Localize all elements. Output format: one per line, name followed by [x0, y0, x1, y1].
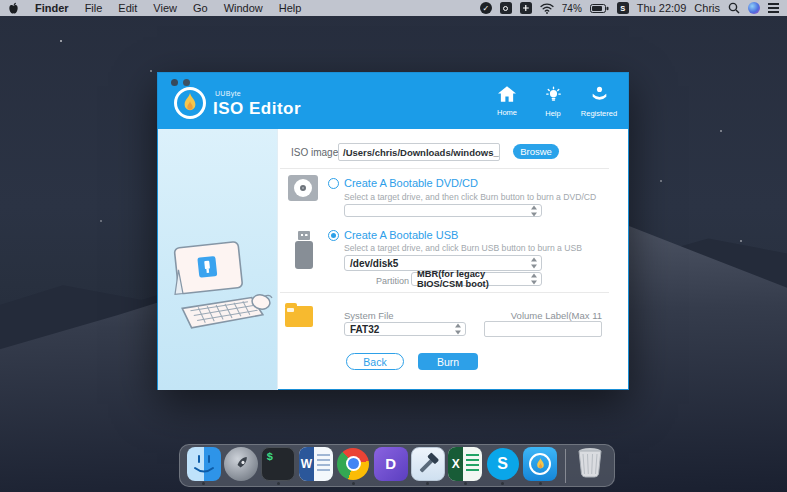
partition-style-select[interactable]: MBR(for legacy BIOS/CSM boot) — [411, 272, 542, 286]
menu-item-go[interactable]: Go — [193, 2, 208, 14]
back-button[interactable]: Back — [346, 353, 404, 370]
registered-label: Registered — [581, 109, 617, 118]
dvd-drive-icon — [288, 175, 318, 201]
word-icon: W — [299, 447, 333, 481]
stepper-icon — [531, 258, 538, 269]
dock-item-word[interactable]: W — [298, 447, 333, 485]
system-file-value: FAT32 — [350, 324, 379, 335]
menu-bar: Finder File Edit View Go Window Help ✓ 7… — [0, 0, 787, 16]
finder-icon — [187, 447, 221, 481]
window-header: UUByte ISO Editor Home Help Registered — [158, 73, 628, 129]
home-icon — [498, 86, 516, 106]
apple-menu-icon[interactable] — [8, 2, 19, 15]
header-nav: Home Help Registered — [484, 86, 622, 118]
menu-item-help[interactable]: Help — [279, 2, 302, 14]
menu-item-edit[interactable]: Edit — [118, 2, 137, 14]
dock-item-xcode[interactable] — [410, 447, 445, 485]
usb-stick-icon — [295, 231, 313, 269]
dock-item-iso-editor[interactable] — [522, 447, 557, 485]
home-button[interactable]: Home — [484, 86, 530, 118]
dvd-drive-select[interactable] — [344, 204, 542, 217]
dock-item-finder[interactable] — [186, 447, 221, 485]
launchpad-icon — [224, 447, 258, 481]
divider-top — [280, 168, 609, 169]
menu-item-view[interactable]: View — [153, 2, 177, 14]
battery-percent-label: 74% — [562, 3, 582, 14]
chrome-icon — [337, 448, 369, 480]
dock-item-chrome[interactable] — [336, 447, 371, 485]
check-circle-status-icon[interactable]: ✓ — [480, 2, 492, 14]
trash-icon — [575, 446, 605, 482]
usb-radio[interactable] — [328, 230, 339, 241]
screen-record-status-icon[interactable] — [500, 2, 512, 14]
dock-item-skype[interactable]: S — [485, 447, 520, 485]
usb-drive-value: /dev/disk5 — [350, 258, 398, 269]
record-dot — [503, 6, 508, 11]
help-button[interactable]: Help — [530, 86, 576, 118]
battery-icon[interactable] — [590, 4, 609, 13]
d-app-icon: D — [374, 447, 408, 481]
dvd-section-title[interactable]: Create A Bootable DVD/CD — [344, 177, 478, 189]
dock: $ W D X S — [179, 444, 615, 487]
system-file-label: System File — [344, 310, 394, 321]
divider-bottom — [280, 292, 609, 293]
dock-item-terminal[interactable]: $ — [261, 447, 296, 485]
window-minimize-button[interactable] — [183, 79, 190, 86]
window-close-button[interactable] — [171, 79, 178, 86]
registered-button[interactable]: Registered — [576, 86, 622, 118]
dock-item-excel[interactable]: X — [448, 447, 483, 485]
iso-image-label: ISO image: — [291, 147, 341, 158]
dock-item-trash[interactable] — [573, 447, 608, 485]
stepper-icon — [455, 324, 462, 335]
partition-style-value: MBR(for legacy BIOS/CSM boot) — [417, 269, 525, 289]
menu-item-finder[interactable]: Finder — [35, 2, 69, 14]
usb-section-desc: Select a target drive, and click Burn US… — [344, 243, 582, 253]
iso-editor-dock-icon — [523, 447, 557, 481]
grid-status-icon[interactable] — [520, 2, 532, 14]
usb-section-title[interactable]: Create A Bootable USB — [344, 229, 458, 241]
excel-icon: X — [448, 447, 482, 481]
grid-glyph — [523, 5, 529, 11]
folder-icon — [285, 306, 313, 327]
search-icon[interactable] — [728, 2, 740, 14]
system-file-select[interactable]: FAT32 — [344, 322, 466, 336]
wifi-icon[interactable] — [540, 3, 554, 14]
stepper-icon — [531, 274, 538, 285]
skype-status-icon[interactable]: S — [617, 2, 629, 14]
menu-item-file[interactable]: File — [85, 2, 103, 14]
menu-clock[interactable]: Thu 22:09 — [637, 2, 687, 14]
app-title: ISO Editor — [213, 99, 301, 119]
app-logo-flame-icon — [174, 87, 206, 119]
brand-label: UUByte — [215, 90, 241, 97]
iso-editor-window: UUByte ISO Editor Home Help Registered — [157, 72, 629, 390]
skype-icon: S — [487, 448, 519, 480]
dock-item-d-app[interactable]: D — [373, 447, 408, 485]
wallpaper-stars — [60, 40, 62, 42]
dock-item-launchpad[interactable] — [223, 447, 258, 485]
volume-label-input[interactable] — [484, 321, 602, 337]
dock-separator — [565, 449, 566, 483]
menu-user[interactable]: Chris — [694, 2, 720, 14]
menu-item-window[interactable]: Window — [224, 2, 263, 14]
stepper-icon — [531, 205, 538, 216]
laptop-usb-illustration — [161, 232, 273, 352]
browse-button[interactable]: Broswe — [513, 144, 559, 159]
iso-image-input[interactable]: /Users/chris/Downloads/windows_10_x64.is… — [338, 143, 500, 161]
dvd-radio[interactable] — [328, 178, 339, 189]
home-label: Home — [497, 108, 517, 117]
help-label: Help — [545, 109, 560, 118]
window-sidebar — [158, 129, 278, 390]
burn-button[interactable]: Burn — [418, 353, 478, 370]
siri-icon[interactable] — [748, 2, 760, 14]
help-bulb-icon — [545, 86, 562, 107]
xcode-icon — [411, 447, 445, 481]
registered-user-icon — [591, 86, 608, 107]
dvd-section-desc: Select a target drive, and then click Bu… — [344, 192, 596, 202]
notification-center-icon[interactable] — [768, 3, 779, 5]
terminal-icon: $ — [261, 447, 295, 481]
disc-glyph — [294, 179, 312, 197]
